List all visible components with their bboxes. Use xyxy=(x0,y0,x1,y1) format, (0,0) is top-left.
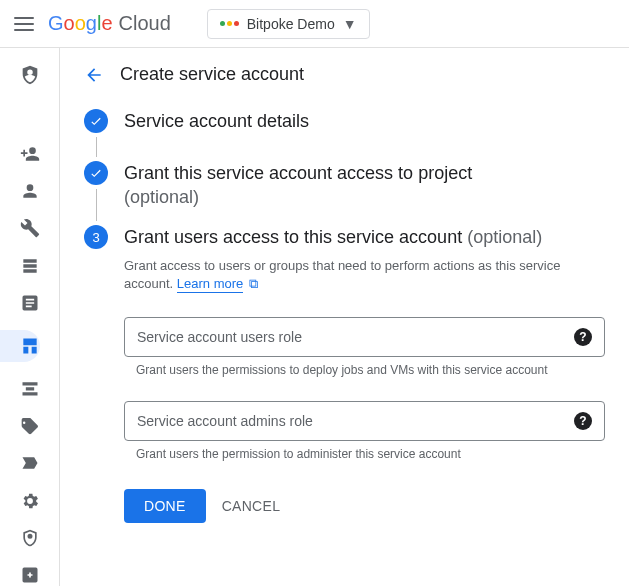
security-icon[interactable] xyxy=(18,527,42,548)
help-icon[interactable]: ? xyxy=(574,412,592,430)
step-2-title[interactable]: Grant this service account access to pro… xyxy=(124,161,605,209)
wrench-icon[interactable] xyxy=(18,218,42,239)
users-role-input[interactable] xyxy=(137,329,574,345)
medkit-icon[interactable] xyxy=(18,565,42,586)
person-icon[interactable] xyxy=(18,180,42,201)
admins-role-field-wrap: ? Grant users the permission to administ… xyxy=(124,401,605,461)
service-accounts-icon[interactable] xyxy=(0,330,40,362)
action-buttons: DONE CANCEL xyxy=(124,489,605,523)
project-dots-icon xyxy=(220,21,239,26)
check-icon xyxy=(84,161,108,185)
project-name: Bitpoke Demo xyxy=(247,16,335,32)
step-3-number: 3 xyxy=(84,225,108,249)
help-icon[interactable]: ? xyxy=(574,328,592,346)
users-role-field-wrap: ? Grant users the permissions to deploy … xyxy=(124,317,605,377)
page-header: Create service account xyxy=(60,48,629,101)
google-wordmark: Google xyxy=(48,12,113,35)
person-add-icon[interactable] xyxy=(18,143,42,164)
cloud-wordmark: Cloud xyxy=(119,12,171,35)
cancel-button[interactable]: CANCEL xyxy=(222,498,281,514)
admins-role-input[interactable] xyxy=(137,413,574,429)
google-cloud-logo[interactable]: Google Cloud xyxy=(48,12,171,35)
article-icon[interactable] xyxy=(18,292,42,313)
admins-role-hint: Grant users the permission to administer… xyxy=(124,447,605,461)
side-nav xyxy=(0,48,60,586)
step-3: 3 Grant users access to this service acc… xyxy=(84,225,605,539)
iam-shield-icon[interactable] xyxy=(18,64,42,86)
step-3-description: Grant access to users or groups that nee… xyxy=(124,257,605,293)
project-picker[interactable]: Bitpoke Demo ▼ xyxy=(207,9,370,39)
step-1-title[interactable]: Service account details xyxy=(124,109,605,133)
labels-icon[interactable] xyxy=(18,415,42,436)
menu-icon[interactable] xyxy=(12,12,36,36)
admins-role-field[interactable]: ? xyxy=(124,401,605,441)
settings-icon[interactable] xyxy=(18,490,42,511)
chevron-down-icon: ▼ xyxy=(343,16,357,32)
step-3-title: Grant users access to this service accou… xyxy=(124,225,605,249)
learn-more-link[interactable]: Learn more xyxy=(177,276,243,293)
back-arrow-icon[interactable] xyxy=(84,65,104,85)
tags-icon[interactable] xyxy=(18,452,42,473)
stepper: Service account details Grant this servi… xyxy=(60,101,629,563)
users-role-hint: Grant users the permissions to deploy jo… xyxy=(124,363,605,377)
step-2: Grant this service account access to pro… xyxy=(84,161,605,225)
top-bar: Google Cloud Bitpoke Demo ▼ xyxy=(0,0,629,48)
check-icon xyxy=(84,109,108,133)
content-area: Create service account Service account d… xyxy=(60,48,629,586)
external-link-icon: ⧉ xyxy=(245,276,258,291)
done-button[interactable]: DONE xyxy=(124,489,206,523)
step-1: Service account details xyxy=(84,109,605,161)
page-title: Create service account xyxy=(120,64,304,85)
quota-icon[interactable] xyxy=(18,378,42,399)
storage-icon[interactable] xyxy=(18,255,42,276)
users-role-field[interactable]: ? xyxy=(124,317,605,357)
